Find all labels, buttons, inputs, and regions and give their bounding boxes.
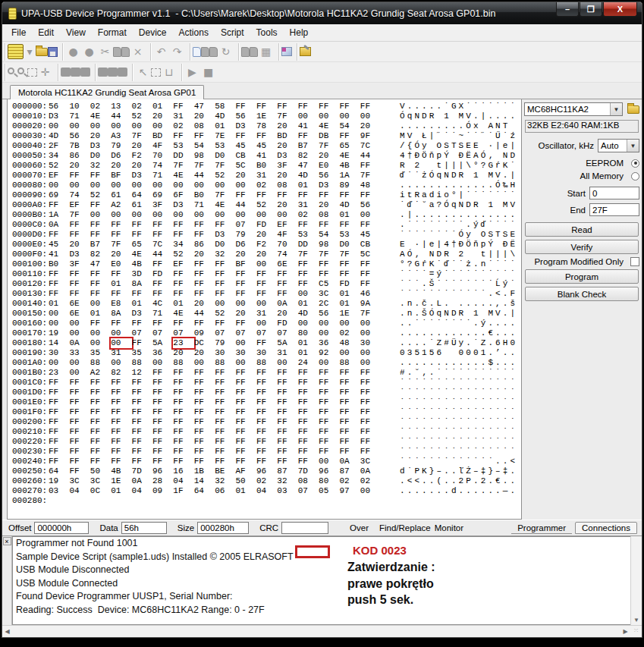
- hex-byte[interactable]: FF: [90, 417, 111, 427]
- hex-byte[interactable]: 4E: [90, 111, 111, 121]
- hex-byte[interactable]: FF: [152, 289, 173, 299]
- hex-byte[interactable]: FF: [173, 230, 193, 240]
- hex-byte[interactable]: 7C: [152, 240, 173, 250]
- hex-byte[interactable]: FF: [339, 259, 360, 269]
- hex-byte[interactable]: 45: [256, 141, 277, 151]
- hex-byte[interactable]: 4F: [152, 141, 173, 151]
- menu-item-actions[interactable]: Actions: [173, 25, 215, 40]
- hex-byte[interactable]: 00: [256, 259, 277, 269]
- hex-byte[interactable]: 20: [69, 161, 90, 171]
- hex-byte[interactable]: 53: [215, 141, 235, 151]
- hex-byte[interactable]: 00: [360, 348, 381, 358]
- hex-byte[interactable]: 07: [236, 328, 256, 338]
- hex-byte[interactable]: 36: [319, 338, 339, 348]
- hex-byte[interactable]: 20: [194, 348, 215, 358]
- hex-byte[interactable]: 7F: [173, 161, 193, 171]
- hex-byte[interactable]: FD: [339, 279, 360, 289]
- hex-byte[interactable]: FF: [69, 289, 90, 299]
- find-replace-link[interactable]: Find/Replace: [379, 523, 431, 532]
- hex-byte[interactable]: FF: [194, 269, 215, 279]
- hex-byte[interactable]: 31: [173, 111, 193, 121]
- hex-byte[interactable]: 00: [90, 328, 111, 338]
- hex-byte[interactable]: FF: [132, 437, 152, 447]
- hex-byte[interactable]: 00: [319, 457, 339, 466]
- hex-byte[interactable]: 03: [49, 486, 69, 496]
- hex-byte[interactable]: FF: [319, 269, 339, 279]
- menu-item-edit[interactable]: Edit: [32, 25, 60, 40]
- hex-byte[interactable]: FF: [111, 417, 131, 427]
- hex-byte[interactable]: 00: [90, 121, 111, 131]
- hex-byte[interactable]: FF: [194, 131, 215, 141]
- chip-dropdown-caret-icon[interactable]: ▾: [24, 44, 36, 59]
- hex-ascii[interactable]: ď˙˙żÓqNDR 1 MV.|: [400, 171, 517, 181]
- hex-byte[interactable]: 20: [173, 348, 193, 358]
- hex-byte[interactable]: 0A: [339, 457, 360, 466]
- hex-byte[interactable]: FF: [339, 220, 360, 230]
- hex-byte[interactable]: 00: [132, 210, 152, 220]
- hex-byte[interactable]: FF: [173, 319, 193, 328]
- hex-byte[interactable]: FF: [69, 397, 90, 407]
- hex-byte[interactable]: 08: [277, 181, 297, 190]
- zoom-out-icon[interactable]: [17, 68, 24, 74]
- hex-byte[interactable]: FF: [111, 437, 131, 447]
- hex-byte[interactable]: 2F: [49, 141, 69, 151]
- hex-byte[interactable]: FF: [339, 368, 360, 378]
- hex-byte[interactable]: 32: [277, 476, 297, 486]
- hex-byte[interactable]: 01: [49, 299, 69, 309]
- hex-byte[interactable]: E0: [319, 161, 339, 171]
- hex-byte[interactable]: 4C: [152, 299, 173, 309]
- hex-byte[interactable]: 00: [215, 210, 235, 220]
- hex-byte[interactable]: 44: [360, 151, 381, 161]
- hex-byte[interactable]: 00: [69, 358, 90, 368]
- hex-byte[interactable]: 00: [132, 181, 152, 190]
- hex-byte[interactable]: FF: [69, 466, 90, 476]
- hex-byte[interactable]: 52: [90, 190, 111, 200]
- hex-byte[interactable]: 13: [111, 102, 131, 111]
- hex-byte[interactable]: 07: [132, 328, 152, 338]
- hex-byte[interactable]: 20: [111, 161, 131, 171]
- hex-byte[interactable]: FF: [277, 279, 297, 289]
- hex-byte[interactable]: BD: [152, 131, 173, 141]
- hex-byte[interactable]: EF: [173, 259, 193, 269]
- hex-byte[interactable]: BF: [236, 259, 256, 269]
- block3-icon[interactable]: [80, 68, 90, 77]
- hex-byte[interactable]: 00: [49, 319, 69, 328]
- over-toggle[interactable]: Over: [350, 523, 369, 532]
- hex-byte[interactable]: 69: [49, 190, 69, 200]
- hex-byte[interactable]: FF: [173, 378, 193, 388]
- hex-byte[interactable]: 08: [319, 210, 339, 220]
- hex-byte[interactable]: D3: [173, 200, 193, 210]
- block6-icon[interactable]: [118, 68, 127, 77]
- hex-ascii[interactable]: ˙˙˙˙˙˙˙˙˙˙˙˙˙˙˙˙: [400, 407, 517, 417]
- hex-byte[interactable]: 20: [194, 250, 215, 259]
- hex-byte[interactable]: 4D: [298, 309, 319, 319]
- settings-tools-icon[interactable]: [300, 47, 311, 56]
- hex-byte[interactable]: 00: [111, 358, 131, 368]
- hex-ascii[interactable]: .|..............: [400, 210, 517, 220]
- hex-byte[interactable]: 0A: [49, 220, 69, 230]
- hex-byte[interactable]: FF: [69, 388, 90, 397]
- hex-byte-highlighted[interactable]: 00: [111, 338, 131, 348]
- hex-byte[interactable]: FF: [111, 447, 131, 457]
- hex-byte[interactable]: FF: [256, 378, 277, 388]
- select-region-icon[interactable]: [27, 68, 37, 77]
- hex-byte[interactable]: FF: [173, 407, 193, 417]
- hex-byte[interactable]: 4D: [215, 111, 235, 121]
- hex-byte[interactable]: FF: [173, 447, 193, 457]
- hex-byte[interactable]: 20: [319, 151, 339, 161]
- hex-byte[interactable]: 79: [215, 338, 235, 348]
- hex-byte[interactable]: 5A: [152, 338, 173, 348]
- pointer-icon[interactable]: ↖: [135, 64, 151, 80]
- hex-byte[interactable]: 31: [111, 348, 131, 358]
- hex-byte[interactable]: 30: [49, 348, 69, 358]
- hex-byte[interactable]: D3: [69, 250, 90, 259]
- hex-byte[interactable]: FF: [132, 319, 152, 328]
- hex-byte[interactable]: 64: [49, 466, 69, 476]
- hex-byte[interactable]: FF: [194, 437, 215, 447]
- hex-byte[interactable]: 4E: [132, 250, 152, 259]
- hex-byte[interactable]: FF: [49, 407, 69, 417]
- hex-byte[interactable]: FF: [236, 190, 256, 200]
- hex-byte[interactable]: 97: [339, 486, 360, 496]
- hex-byte[interactable]: 47: [90, 259, 111, 269]
- hex-byte[interactable]: FF: [111, 388, 131, 397]
